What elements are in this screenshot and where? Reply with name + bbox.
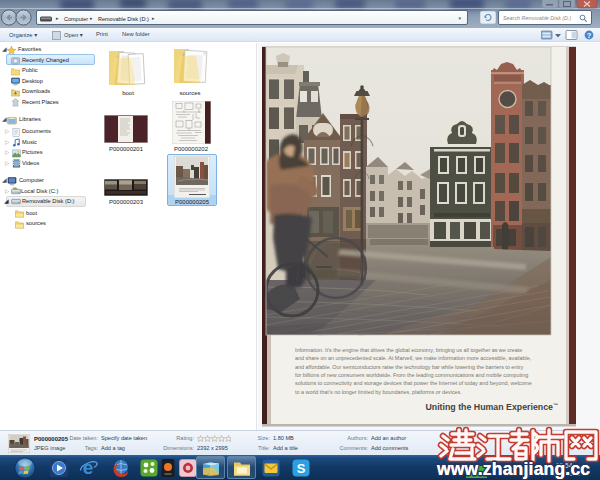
svg-text:e: e: [83, 458, 94, 478]
svg-text:S: S: [297, 461, 306, 476]
svg-text:www.zhanjiang.cc: www.zhanjiang.cc: [436, 459, 590, 479]
svg-text:?: ?: [587, 31, 592, 40]
